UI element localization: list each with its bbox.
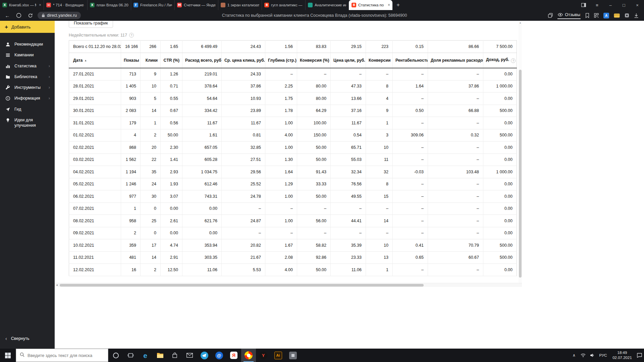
hidden-icons-chevron[interactable]: ∧ [570,349,579,362]
value-cell: 35 [141,166,161,178]
vertical-scrollbar[interactable]: ▲ [519,21,522,286]
browser-tab[interactable]: Ягугл аналитикс — Янд [262,0,305,10]
yandex-browser-taskbar-icon[interactable] [241,349,256,362]
value-cell: 0 [141,202,161,215]
share-icon[interactable] [548,13,553,18]
start-button[interactable] [0,349,16,362]
browser-tab[interactable]: Xплан Влада 06.2021.xls [87,0,131,10]
collapse-sidebar-button[interactable]: ‹ Свернуть [0,333,55,344]
sidebar-item-recommendations[interactable]: Рекомендации [0,39,55,50]
browser-tab[interactable]: XКнига6.xlsx — Microsof× [0,0,44,10]
totals-cell: 6 499.49 [182,41,222,53]
value-cell: 0.00 [483,264,517,276]
column-header[interactable]: Цена цели, руб. [331,53,366,68]
column-header[interactable]: Расход всего, руб. [182,53,222,68]
download-icon[interactable] [634,13,639,18]
value-cell: 0.00 [483,190,517,203]
volume-icon[interactable] [588,349,597,362]
wifi-icon[interactable] [579,349,588,362]
tab-close-icon[interactable]: × [38,3,41,7]
store-taskbar-icon[interactable] [167,349,182,362]
browser-tab[interactable]: 1 экран катализаторы [218,0,262,10]
show-chart-button[interactable]: Показать график [69,21,113,28]
browser-tab[interactable]: МСчетчики — Яндекс.М [174,0,218,10]
scroll-left-icon[interactable]: ◄ [55,284,59,287]
tab-close-icon[interactable]: × [387,3,390,7]
scroll-up-icon[interactable]: ▲ [519,21,522,25]
sidebar-item-ideas[interactable]: Идеи для улучшения [0,115,55,131]
value-cell: – [428,154,483,166]
mail-taskbar-icon[interactable] [182,349,197,362]
value-cell: 1.00 [265,141,297,154]
sidebar-item-information[interactable]: Информация› [0,93,55,104]
new-tab-button[interactable]: + [392,0,404,10]
sidebar-item-campaigns[interactable]: Кампании [0,50,55,60]
menu-icon[interactable]: ≡ [590,0,604,10]
taskbar-clock[interactable]: 18:49 02.07.2021 [609,350,635,360]
horizontal-scrollbar-thumb[interactable] [60,284,424,287]
edge-taskbar-icon[interactable]: e [138,349,153,362]
minimize-button[interactable]: – [604,0,617,10]
value-cell: – [331,227,366,239]
illustrator-taskbar-icon[interactable]: Ai [271,349,285,362]
column-header[interactable]: Дата▲ [69,53,121,68]
horizontal-scrollbar[interactable]: ◄ [55,283,522,287]
column-header[interactable]: Показы [121,53,141,68]
help-icon[interactable]: ? [511,58,516,63]
yandex-home-icon[interactable] [15,11,23,19]
column-header[interactable]: Рентабельность [393,53,428,68]
value-cell: – [428,264,483,276]
help-icon[interactable]: ? [129,33,134,38]
column-header[interactable]: Ср. цена клика, руб. [222,53,265,68]
extensions-icon[interactable] [625,13,629,18]
value-cell: 37.16 [331,105,366,117]
value-cell: 20.82 [222,239,265,252]
totals-cell: 1.65 [161,41,182,53]
sidebar-item-library[interactable]: Библиотека› [0,71,55,82]
task-view-taskbar-icon[interactable] [123,349,138,362]
back-icon[interactable]: ← [3,11,11,19]
browser-tab[interactable]: ✉* 714 · Входящие — Ян [44,0,87,10]
telegram-taskbar-icon[interactable] [197,349,212,362]
column-header[interactable]: CTR (%) [161,53,182,68]
refresh-icon[interactable] [26,11,34,19]
column-header[interactable]: Конверсии [366,53,393,68]
taskbar-search[interactable] [16,349,108,362]
url-box[interactable]: direct.yandex.ru [38,12,81,19]
taskbar-search-input[interactable] [28,353,104,358]
close-button[interactable]: × [631,0,644,10]
value-cell: 605.28 [182,154,222,166]
mail-ru-taskbar-icon[interactable]: @ [212,349,226,362]
browser-tab[interactable]: FFreelance.Ru / Личный [131,0,174,10]
maximize-button[interactable]: □ [617,0,631,10]
yandex-taskbar-icon[interactable]: Я [226,349,241,362]
browser-tab[interactable]: ЯСтатистика по выб× [349,0,392,10]
column-header[interactable]: Конверсия (%) [297,53,331,68]
vertical-scrollbar-thumb[interactable] [519,70,522,278]
column-header[interactable]: Глубина (стр.) [265,53,297,68]
sidebar-item-guide[interactable]: Гид [0,104,55,115]
language-indicator[interactable]: РУС [597,353,609,357]
value-cell: 1.00 [265,215,297,227]
cortana-taskbar-icon[interactable] [108,349,123,362]
value-cell: 0.65 [393,251,428,264]
qr-code-icon[interactable] [594,13,599,18]
yandex-music-taskbar-icon[interactable]: Y [256,349,271,362]
column-header[interactable]: Клики [141,53,161,68]
value-cell: 80.00 [297,80,331,93]
browser-tab[interactable]: Аналитические инстр [305,0,349,10]
sidebar-item-statistics[interactable]: Статистика› [0,61,55,71]
column-header[interactable]: Доля рекламных расходов [428,53,483,68]
add-button[interactable]: + Добавить [0,21,55,33]
value-cell: – [222,202,265,215]
reviews-button[interactable]: Отзывы [557,12,581,19]
misc-app-taskbar-icon[interactable] [285,349,300,362]
bookmark-flag-icon[interactable] [585,13,589,18]
notification-center-icon[interactable] [635,349,644,362]
file-explorer-taskbar-icon[interactable] [153,349,167,362]
side-panel-icon[interactable] [577,0,590,10]
column-header[interactable]: Доход, руб.? [483,53,517,68]
translate-icon[interactable]: A [603,13,609,18]
sidebar-item-tools[interactable]: Инструменты› [0,82,55,93]
wallet-card-icon[interactable] [614,13,620,18]
